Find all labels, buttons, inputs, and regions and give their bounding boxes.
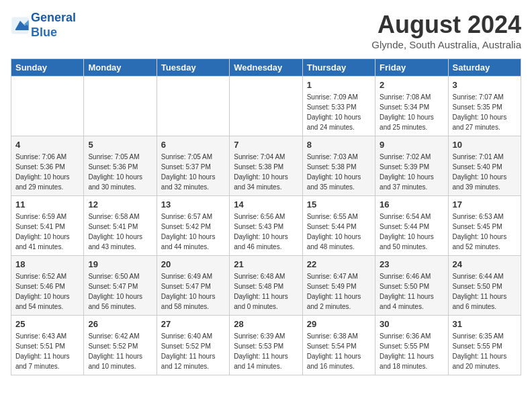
day-info: Sunrise: 6:50 AM Sunset: 5:47 PM Dayligh… <box>88 271 152 312</box>
calendar-cell: 27Sunrise: 6:40 AM Sunset: 5:52 PM Dayli… <box>157 316 229 375</box>
calendar-table: SundayMondayTuesdayWednesdayThursdayFrid… <box>11 58 521 375</box>
day-info: Sunrise: 7:05 AM Sunset: 5:36 PM Dayligh… <box>88 152 152 192</box>
logo-general: General <box>31 11 76 24</box>
calendar-cell: 2Sunrise: 7:08 AM Sunset: 5:34 PM Daylig… <box>375 77 448 136</box>
day-number: 17 <box>453 199 517 210</box>
day-info: Sunrise: 6:43 AM Sunset: 5:51 PM Dayligh… <box>15 331 79 371</box>
day-number: 1 <box>307 80 371 90</box>
calendar-cell: 16Sunrise: 6:54 AM Sunset: 5:44 PM Dayli… <box>375 196 448 256</box>
day-number: 9 <box>380 140 443 150</box>
calendar-cell: 19Sunrise: 6:50 AM Sunset: 5:47 PM Dayli… <box>84 256 157 316</box>
calendar-cell: 15Sunrise: 6:55 AM Sunset: 5:44 PM Dayli… <box>302 196 375 256</box>
day-info: Sunrise: 6:56 AM Sunset: 5:43 PM Dayligh… <box>234 212 298 252</box>
day-info: Sunrise: 7:03 AM Sunset: 5:38 PM Dayligh… <box>307 152 371 192</box>
logo-icon <box>11 16 30 35</box>
day-info: Sunrise: 6:57 AM Sunset: 5:42 PM Dayligh… <box>161 212 225 252</box>
weekday-header: Thursday <box>302 59 375 77</box>
day-info: Sunrise: 7:02 AM Sunset: 5:39 PM Dayligh… <box>380 152 443 192</box>
day-number: 27 <box>161 319 225 329</box>
calendar-cell: 10Sunrise: 7:01 AM Sunset: 5:40 PM Dayli… <box>448 136 521 196</box>
weekday-header: Saturday <box>448 59 521 77</box>
calendar-cell: 28Sunrise: 6:39 AM Sunset: 5:53 PM Dayli… <box>230 316 302 375</box>
day-info: Sunrise: 6:58 AM Sunset: 5:41 PM Dayligh… <box>88 212 152 252</box>
day-info: Sunrise: 6:42 AM Sunset: 5:52 PM Dayligh… <box>88 331 152 371</box>
calendar-week-row: 4Sunrise: 7:06 AM Sunset: 5:36 PM Daylig… <box>11 136 521 196</box>
day-number: 30 <box>380 319 443 329</box>
day-number: 15 <box>307 199 371 210</box>
calendar-cell: 14Sunrise: 6:56 AM Sunset: 5:43 PM Dayli… <box>230 196 302 256</box>
calendar-cell: 22Sunrise: 6:47 AM Sunset: 5:49 PM Dayli… <box>302 256 375 316</box>
day-info: Sunrise: 7:04 AM Sunset: 5:38 PM Dayligh… <box>234 152 298 192</box>
day-info: Sunrise: 6:44 AM Sunset: 5:50 PM Dayligh… <box>453 271 517 312</box>
calendar-cell: 24Sunrise: 6:44 AM Sunset: 5:50 PM Dayli… <box>448 256 521 316</box>
calendar-cell: 29Sunrise: 6:38 AM Sunset: 5:54 PM Dayli… <box>302 316 375 375</box>
day-info: Sunrise: 6:53 AM Sunset: 5:45 PM Dayligh… <box>453 212 517 252</box>
day-number: 2 <box>380 80 443 90</box>
day-info: Sunrise: 6:39 AM Sunset: 5:53 PM Dayligh… <box>234 331 298 371</box>
day-number: 26 <box>88 319 152 329</box>
calendar-cell <box>11 77 84 136</box>
calendar-cell: 23Sunrise: 6:46 AM Sunset: 5:50 PM Dayli… <box>375 256 448 316</box>
calendar-week-row: 18Sunrise: 6:52 AM Sunset: 5:46 PM Dayli… <box>11 256 521 316</box>
day-info: Sunrise: 7:09 AM Sunset: 5:33 PM Dayligh… <box>307 92 371 132</box>
day-number: 31 <box>453 319 517 329</box>
day-info: Sunrise: 7:06 AM Sunset: 5:36 PM Dayligh… <box>15 152 79 192</box>
calendar-cell: 13Sunrise: 6:57 AM Sunset: 5:42 PM Dayli… <box>157 196 229 256</box>
calendar-cell: 20Sunrise: 6:49 AM Sunset: 5:47 PM Dayli… <box>157 256 229 316</box>
day-info: Sunrise: 7:01 AM Sunset: 5:40 PM Dayligh… <box>453 152 517 192</box>
day-number: 16 <box>380 199 443 210</box>
day-number: 14 <box>234 199 298 210</box>
day-number: 22 <box>307 259 371 269</box>
calendar-cell: 25Sunrise: 6:43 AM Sunset: 5:51 PM Dayli… <box>11 316 84 375</box>
day-info: Sunrise: 6:47 AM Sunset: 5:49 PM Dayligh… <box>307 271 371 312</box>
day-number: 18 <box>15 259 79 269</box>
calendar-cell: 1Sunrise: 7:09 AM Sunset: 5:33 PM Daylig… <box>302 77 375 136</box>
weekday-header: Sunday <box>11 59 84 77</box>
day-number: 8 <box>307 140 371 150</box>
day-number: 11 <box>15 199 79 210</box>
day-info: Sunrise: 7:05 AM Sunset: 5:37 PM Dayligh… <box>161 152 225 192</box>
month-title: August 2024 <box>371 11 521 39</box>
calendar-cell: 3Sunrise: 7:07 AM Sunset: 5:35 PM Daylig… <box>448 77 521 136</box>
day-info: Sunrise: 7:07 AM Sunset: 5:35 PM Dayligh… <box>453 92 517 132</box>
weekday-header: Wednesday <box>230 59 302 77</box>
day-info: Sunrise: 6:59 AM Sunset: 5:41 PM Dayligh… <box>15 212 79 252</box>
day-info: Sunrise: 6:55 AM Sunset: 5:44 PM Dayligh… <box>307 212 371 252</box>
day-number: 20 <box>161 259 225 269</box>
day-number: 13 <box>161 199 225 210</box>
day-number: 6 <box>161 140 225 150</box>
day-info: Sunrise: 6:36 AM Sunset: 5:55 PM Dayligh… <box>380 331 443 371</box>
calendar-cell: 8Sunrise: 7:03 AM Sunset: 5:38 PM Daylig… <box>302 136 375 196</box>
day-number: 23 <box>380 259 443 269</box>
calendar-cell: 26Sunrise: 6:42 AM Sunset: 5:52 PM Dayli… <box>84 316 157 375</box>
day-info: Sunrise: 6:52 AM Sunset: 5:46 PM Dayligh… <box>15 271 79 312</box>
day-info: Sunrise: 7:08 AM Sunset: 5:34 PM Dayligh… <box>380 92 443 132</box>
day-number: 25 <box>15 319 79 329</box>
calendar-cell: 12Sunrise: 6:58 AM Sunset: 5:41 PM Dayli… <box>84 196 157 256</box>
day-number: 19 <box>88 259 152 269</box>
calendar-cell: 9Sunrise: 7:02 AM Sunset: 5:39 PM Daylig… <box>375 136 448 196</box>
calendar-week-row: 1Sunrise: 7:09 AM Sunset: 5:33 PM Daylig… <box>11 77 521 136</box>
logo-blue: Blue <box>31 26 57 39</box>
calendar-cell: 31Sunrise: 6:35 AM Sunset: 5:55 PM Dayli… <box>448 316 521 375</box>
weekday-header-row: SundayMondayTuesdayWednesdayThursdayFrid… <box>11 59 521 77</box>
calendar-cell: 4Sunrise: 7:06 AM Sunset: 5:36 PM Daylig… <box>11 136 84 196</box>
calendar-cell: 21Sunrise: 6:48 AM Sunset: 5:48 PM Dayli… <box>230 256 302 316</box>
calendar-cell: 7Sunrise: 7:04 AM Sunset: 5:38 PM Daylig… <box>230 136 302 196</box>
calendar-cell <box>230 77 302 136</box>
day-info: Sunrise: 6:40 AM Sunset: 5:52 PM Dayligh… <box>161 331 225 371</box>
day-number: 21 <box>234 259 298 269</box>
calendar-cell: 17Sunrise: 6:53 AM Sunset: 5:45 PM Dayli… <box>448 196 521 256</box>
day-number: 3 <box>453 80 517 90</box>
calendar-cell: 11Sunrise: 6:59 AM Sunset: 5:41 PM Dayli… <box>11 196 84 256</box>
day-number: 12 <box>88 199 152 210</box>
logo: General Blue <box>11 11 76 40</box>
day-number: 29 <box>307 319 371 329</box>
day-info: Sunrise: 6:46 AM Sunset: 5:50 PM Dayligh… <box>380 271 443 312</box>
day-info: Sunrise: 6:54 AM Sunset: 5:44 PM Dayligh… <box>380 212 443 252</box>
day-number: 28 <box>234 319 298 329</box>
day-number: 7 <box>234 140 298 150</box>
day-info: Sunrise: 6:38 AM Sunset: 5:54 PM Dayligh… <box>307 331 371 371</box>
calendar-cell: 6Sunrise: 7:05 AM Sunset: 5:37 PM Daylig… <box>157 136 229 196</box>
location: Glynde, South Australia, Australia <box>371 39 521 50</box>
